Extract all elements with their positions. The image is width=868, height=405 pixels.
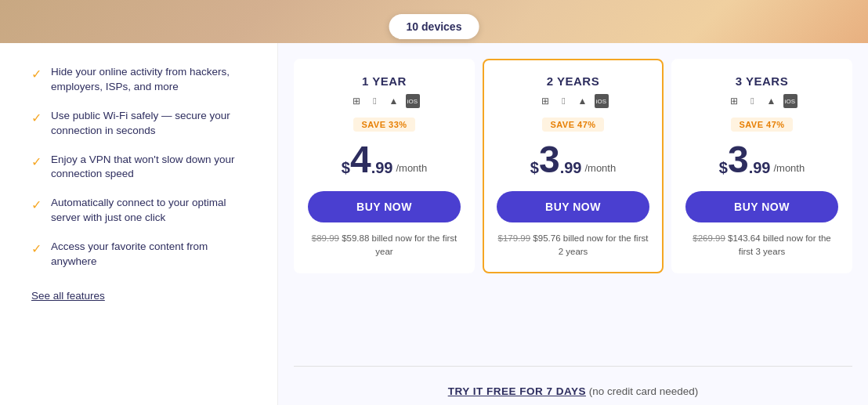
feature-item-5: ✓ Access your favorite content from anyw… bbox=[31, 240, 246, 269]
plans-area: 1 YEAR ⊞  ▲ iOS SAVE 33% $ 4 .99 /month bbox=[278, 43, 868, 405]
price-dollar-1year: $ bbox=[342, 160, 350, 175]
current-price-1year: $59.88 bbox=[342, 233, 369, 243]
feature-item-1: ✓ Hide your online activity from hackers… bbox=[31, 65, 246, 95]
see-all-features-link[interactable]: See all features bbox=[31, 290, 246, 302]
try-free-row: TRY IT FREE FOR 7 DAYS (no credit card n… bbox=[294, 374, 852, 405]
feature-item-2: ✓ Use public Wi-Fi safely — secure your … bbox=[31, 109, 246, 139]
billing-text-3years: $269.99 $143.64 billed now for the first… bbox=[685, 232, 838, 259]
original-price-2years: $179.99 bbox=[498, 233, 531, 243]
apple-icon-3:  bbox=[746, 94, 760, 108]
feature-text-2: Use public Wi-Fi safely — secure your co… bbox=[51, 109, 246, 139]
save-badge-3years: SAVE 47% bbox=[731, 118, 792, 132]
try-free-link[interactable]: TRY IT FREE FOR 7 DAYS bbox=[448, 385, 586, 397]
price-decimal-1year: .99 bbox=[371, 160, 393, 175]
divider bbox=[294, 366, 852, 367]
apple-icon-2:  bbox=[557, 94, 571, 108]
windows-icon-3: ⊞ bbox=[727, 94, 741, 108]
os-icons-2years: ⊞  ▲ iOS bbox=[538, 94, 609, 108]
price-period-1year: /month bbox=[396, 162, 427, 174]
no-credit-card-text: (no credit card needed) bbox=[589, 385, 699, 397]
os-icons-3years: ⊞  ▲ iOS bbox=[727, 94, 797, 108]
plan-title-3years: 3 YEARS bbox=[736, 74, 788, 88]
check-icon-5: ✓ bbox=[31, 241, 42, 256]
main-content: ✓ Hide your online activity from hackers… bbox=[0, 43, 868, 405]
devices-badge: 10 devices bbox=[389, 14, 479, 39]
price-dollar-2years: $ bbox=[530, 160, 539, 175]
feature-text-3: Enjoy a VPN that won't slow down your co… bbox=[51, 153, 246, 183]
check-icon-1: ✓ bbox=[31, 67, 42, 81]
current-price-3years: $143.64 bbox=[728, 233, 761, 243]
android-icon-2: ▲ bbox=[576, 94, 590, 108]
buy-button-3years[interactable]: BUY NOW bbox=[685, 191, 838, 222]
price-row-3years: $ 3 .99 /month bbox=[719, 141, 805, 179]
apple-icon-1:  bbox=[368, 94, 382, 108]
save-badge-2years: SAVE 47% bbox=[542, 118, 603, 132]
price-period-3years: /month bbox=[773, 162, 805, 174]
price-integer-2years: 3 bbox=[539, 141, 560, 179]
price-integer-3years: 3 bbox=[728, 141, 749, 179]
features-panel: ✓ Hide your online activity from hackers… bbox=[0, 43, 278, 405]
plan-title-2years: 2 YEARS bbox=[547, 74, 599, 88]
feature-item-3: ✓ Enjoy a VPN that won't slow down your … bbox=[31, 153, 246, 183]
android-icon-1: ▲ bbox=[387, 94, 401, 108]
ios-icon-2: iOS bbox=[595, 94, 609, 108]
check-icon-4: ✓ bbox=[31, 197, 42, 212]
plans-row: 1 YEAR ⊞  ▲ iOS SAVE 33% $ 4 .99 /month bbox=[294, 59, 852, 366]
price-row-1year: $ 4 .99 /month bbox=[342, 141, 427, 179]
plan-title-1year: 1 YEAR bbox=[362, 74, 407, 88]
check-icon-2: ✓ bbox=[31, 110, 42, 125]
save-badge-1year: SAVE 33% bbox=[353, 118, 414, 132]
windows-icon-1: ⊞ bbox=[349, 94, 363, 108]
feature-text-1: Hide your online activity from hackers, … bbox=[51, 65, 246, 95]
plan-card-2years: 2 YEARS ⊞  ▲ iOS SAVE 47% $ 3 .99 /mont… bbox=[483, 59, 664, 273]
plan-card-1year: 1 YEAR ⊞  ▲ iOS SAVE 33% $ 4 .99 /month bbox=[294, 59, 475, 273]
check-icon-3: ✓ bbox=[31, 154, 42, 169]
current-price-2years: $95.76 bbox=[533, 233, 560, 243]
billing-text-1year: $89.99 $59.88 billed now for the first y… bbox=[308, 232, 461, 259]
buy-button-2years[interactable]: BUY NOW bbox=[497, 191, 649, 222]
plan-card-3years: 3 YEARS ⊞  ▲ iOS SAVE 47% $ 3 .99 /mont… bbox=[671, 59, 852, 273]
os-icons-1year: ⊞  ▲ iOS bbox=[349, 94, 420, 108]
billing-suffix-2years: billed now for the first 2 years bbox=[559, 233, 649, 256]
price-period-2years: /month bbox=[584, 162, 616, 174]
price-integer-1year: 4 bbox=[350, 141, 371, 179]
feature-text-4: Automatically connect to your optimal se… bbox=[51, 196, 246, 226]
price-row-2years: $ 3 .99 /month bbox=[530, 141, 616, 179]
feature-item-4: ✓ Automatically connect to your optimal … bbox=[31, 196, 246, 226]
feature-text-5: Access your favorite content from anywhe… bbox=[51, 240, 246, 269]
buy-button-1year[interactable]: BUY NOW bbox=[308, 191, 461, 222]
billing-suffix-1year: billed now for the first year bbox=[372, 233, 458, 256]
android-icon-3: ▲ bbox=[765, 94, 779, 108]
page-wrapper: 10 devices ✓ Hide your online activity f… bbox=[0, 0, 868, 405]
price-decimal-3years: .99 bbox=[749, 160, 771, 175]
original-price-1year: $89.99 bbox=[312, 233, 339, 243]
windows-icon-2: ⊞ bbox=[538, 94, 552, 108]
price-dollar-3years: $ bbox=[719, 160, 728, 175]
price-decimal-2years: .99 bbox=[560, 160, 582, 175]
ios-icon-1: iOS bbox=[406, 94, 420, 108]
billing-text-2years: $179.99 $95.76 billed now for the first … bbox=[497, 232, 649, 259]
ios-icon-3: iOS bbox=[783, 94, 797, 108]
original-price-3years: $269.99 bbox=[693, 233, 725, 243]
